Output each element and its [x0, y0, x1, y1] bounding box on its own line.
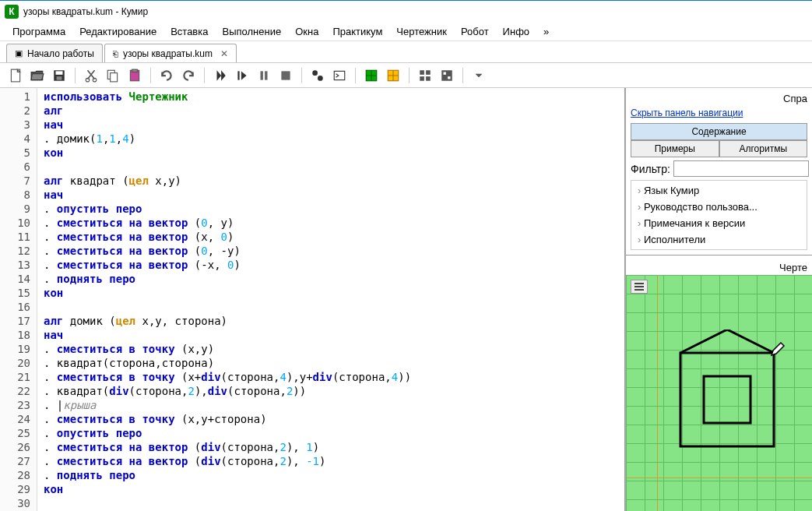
line-number: 12 [0, 244, 37, 258]
menu-редактирование[interactable]: Редактирование [73, 24, 163, 39]
menu-программа[interactable]: Программа [6, 24, 72, 39]
help-panel-title: Спра [631, 93, 807, 107]
line-number: 8 [0, 188, 37, 202]
copy-button[interactable] [104, 66, 122, 85]
menu-выполнение[interactable]: Выполнение [216, 24, 287, 39]
tab-label: узоры квадраты.kum [123, 48, 213, 59]
help-tab-contents[interactable]: Содержание [631, 123, 807, 140]
line-number: 6 [0, 160, 37, 174]
line-number: 10 [0, 216, 37, 230]
drawer-panel: Черте [626, 256, 812, 511]
filter-input[interactable] [673, 160, 809, 177]
svg-rect-16 [334, 71, 345, 79]
help-tree: Язык КумирРуководство пользова...Примеча… [631, 180, 807, 250]
overflow-button[interactable] [469, 66, 488, 85]
paste-button[interactable] [125, 66, 144, 85]
app-icon: К [5, 5, 19, 19]
undo-button[interactable] [157, 66, 176, 85]
tabbar: ▣Начало работы⎗узоры квадраты.kum✕ [0, 41, 812, 63]
tab[interactable]: ⎗узоры квадраты.kum✕ [104, 44, 237, 62]
svg-rect-11 [261, 71, 263, 79]
line-number: 26 [0, 440, 37, 454]
run-button[interactable] [211, 66, 230, 85]
menu-окна[interactable]: Окна [289, 24, 325, 39]
line-number: 3 [0, 118, 37, 132]
toolbar [0, 63, 812, 88]
code-editor[interactable]: использовать Чертежник алг нач . домик(1… [37, 88, 624, 511]
svg-rect-9 [132, 69, 138, 72]
step-button[interactable] [233, 66, 251, 85]
line-gutter: 1234567891011121314151617181920212223242… [0, 88, 37, 511]
menu-»[interactable]: » [537, 24, 555, 39]
line-number: 17 [0, 314, 37, 328]
line-number: 1 [0, 90, 37, 104]
line-number: 15 [0, 286, 37, 300]
line-number: 29 [0, 482, 37, 496]
svg-rect-24 [444, 72, 446, 74]
line-number: 25 [0, 426, 37, 440]
tab-close-icon[interactable]: ✕ [220, 48, 228, 59]
line-number: 22 [0, 384, 37, 398]
new-file-button[interactable] [6, 66, 25, 85]
stop-button[interactable] [276, 66, 295, 85]
drawer-canvas[interactable] [626, 275, 812, 511]
tab-label: Начало работы [27, 48, 94, 59]
svg-rect-10 [237, 71, 239, 79]
line-number: 23 [0, 398, 37, 412]
svg-rect-20 [426, 70, 431, 75]
menubar: ПрограммаРедактированиеВставкаВыполнение… [0, 23, 812, 41]
titlebar: К узоры квадраты.kum - Кумир [0, 1, 812, 23]
line-number: 19 [0, 342, 37, 356]
tab-icon: ▣ [15, 48, 23, 58]
hide-nav-link[interactable]: Скрыть панель навигации [631, 107, 807, 118]
help-tree-item[interactable]: Руководство пользова... [631, 199, 807, 215]
grid2-button[interactable] [384, 66, 402, 85]
line-number: 2 [0, 104, 37, 118]
tool1-button[interactable] [416, 66, 434, 85]
actors-button[interactable] [308, 66, 327, 85]
help-tree-item[interactable]: Примечания к версии [631, 215, 807, 231]
menu-робот[interactable]: Робот [455, 24, 495, 39]
help-tab-algorithms[interactable]: Алгоритмы [719, 140, 808, 157]
svg-rect-26 [680, 353, 774, 446]
svg-point-14 [312, 70, 318, 76]
tab-icon: ⎗ [113, 49, 118, 58]
line-number: 5 [0, 146, 37, 160]
help-tab-examples[interactable]: Примеры [631, 140, 719, 157]
svg-rect-22 [426, 76, 431, 81]
help-tree-item[interactable]: Язык Кумир [631, 182, 807, 199]
cut-button[interactable] [82, 66, 100, 85]
pause-button[interactable] [255, 66, 273, 85]
svg-rect-13 [281, 71, 290, 79]
line-number: 20 [0, 356, 37, 370]
help-panel: Спра Скрыть панель навигации Содержание … [626, 88, 812, 256]
line-number: 9 [0, 202, 37, 216]
line-number: 21 [0, 370, 37, 384]
menu-вставка[interactable]: Вставка [164, 24, 214, 39]
svg-rect-7 [111, 72, 118, 81]
console-button[interactable] [330, 66, 349, 85]
redo-button[interactable] [179, 66, 198, 85]
canvas-menu-button[interactable] [631, 280, 648, 294]
svg-rect-25 [448, 76, 450, 79]
line-number: 11 [0, 230, 37, 244]
pen-icon [770, 341, 786, 357]
line-number: 13 [0, 258, 37, 272]
line-number: 24 [0, 412, 37, 426]
line-number: 18 [0, 328, 37, 342]
help-tree-item[interactable]: Исполнители [631, 231, 807, 248]
grid1-button[interactable] [362, 66, 381, 85]
svg-rect-21 [420, 76, 424, 81]
menu-чертежник[interactable]: Чертежник [390, 24, 453, 39]
open-file-button[interactable] [28, 66, 47, 85]
svg-rect-2 [56, 71, 63, 75]
menu-инфо[interactable]: Инфо [497, 24, 536, 39]
svg-rect-19 [420, 70, 424, 75]
line-number: 7 [0, 174, 37, 188]
tab[interactable]: ▣Начало работы [6, 44, 103, 62]
tool2-button[interactable] [438, 66, 456, 85]
menu-практикум[interactable]: Практикум [326, 24, 388, 39]
svg-point-15 [318, 76, 323, 81]
line-number: 30 [0, 496, 37, 510]
save-button[interactable] [50, 66, 69, 85]
